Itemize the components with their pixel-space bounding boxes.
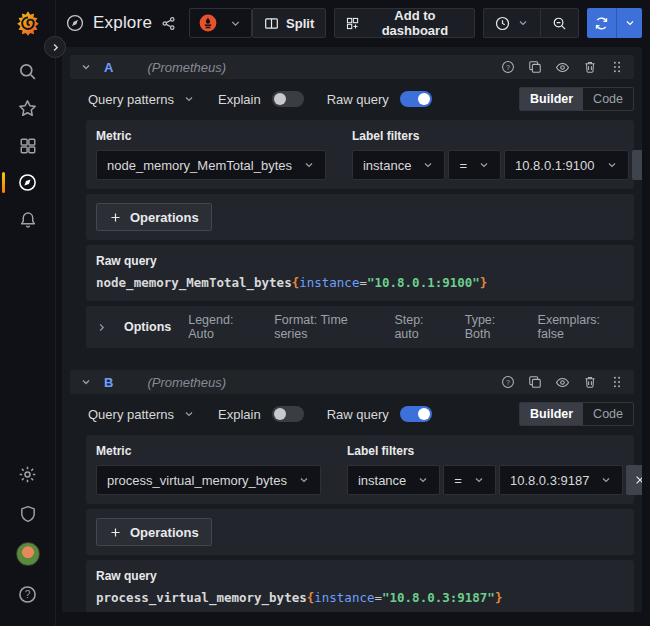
- filter-op-select[interactable]: =: [443, 465, 496, 495]
- datasource-picker[interactable]: [189, 8, 252, 38]
- collapse-chevron-icon[interactable]: [80, 376, 92, 388]
- metric-select[interactable]: process_virtual_memory_bytes: [96, 465, 321, 495]
- chevron-down-icon: [422, 159, 434, 171]
- query-toolbar: Query patterns Explain Raw query Builder…: [86, 401, 634, 427]
- builder-mode-button[interactable]: Builder: [520, 88, 583, 110]
- query-row-header[interactable]: B (Prometheus) ?: [70, 370, 634, 394]
- plus-icon: [109, 526, 122, 539]
- filter-key: instance: [358, 473, 406, 488]
- filter-key-select[interactable]: instance: [352, 150, 445, 180]
- disable-query-eye-icon[interactable]: [555, 375, 570, 390]
- sidebar-item-alerting[interactable]: [0, 201, 56, 238]
- sidebar-item-search[interactable]: [0, 53, 56, 90]
- chevron-down-icon: [183, 93, 195, 105]
- explore-toolbar: Explore: [56, 0, 650, 46]
- query-help-icon[interactable]: ?: [501, 60, 515, 74]
- sidebar-item-starred[interactable]: [0, 90, 56, 127]
- svg-text:?: ?: [506, 379, 510, 386]
- remove-filter-button[interactable]: [632, 150, 642, 180]
- option-format: Format: Time series: [274, 313, 377, 341]
- query-row-header[interactable]: A (Prometheus) ?: [70, 55, 634, 79]
- query-patterns-dropdown[interactable]: Query patterns: [88, 92, 195, 107]
- code-metric: node_memory_MemTotal_bytes: [96, 275, 292, 290]
- refresh-interval-dropdown[interactable]: [617, 8, 642, 38]
- refresh-icon[interactable]: [587, 8, 617, 38]
- run-query-button[interactable]: [587, 8, 642, 38]
- plus-icon: [109, 211, 122, 224]
- explore-compass-icon: [66, 14, 84, 32]
- label-filters-label: Label filters: [352, 129, 642, 143]
- chevron-right-icon: [96, 322, 107, 333]
- query-help-icon[interactable]: ?: [501, 375, 515, 389]
- code-close-brace: }: [495, 590, 503, 605]
- prometheus-icon: [199, 14, 217, 32]
- query-datasource-hint: (Prometheus): [147, 60, 226, 75]
- add-to-dashboard-label: Add to dashboard: [366, 8, 463, 38]
- filter-key-select[interactable]: instance: [347, 465, 440, 495]
- page-title: Explore: [93, 13, 152, 33]
- raw-query-code: process_virtual_memory_bytes{instance="1…: [96, 590, 624, 607]
- raw-query-toggle[interactable]: [400, 91, 432, 107]
- code-label-name: instance: [299, 275, 359, 290]
- raw-query-label: Raw query: [327, 407, 389, 422]
- metric-label: Metric: [96, 444, 321, 458]
- sidebar: ?: [0, 0, 56, 626]
- filter-op-select[interactable]: =: [448, 150, 501, 180]
- explore-pane: A (Prometheus) ? Query patterns: [62, 47, 642, 612]
- raw-query-code: node_memory_MemTotal_bytes{instance="10.…: [96, 275, 624, 292]
- remove-filter-button[interactable]: [626, 465, 642, 495]
- sidebar-item-help[interactable]: ?: [0, 574, 56, 614]
- options-collapsed-row[interactable]: Options Legend: Auto Format: Time series…: [86, 306, 634, 348]
- chevron-down-icon: [417, 474, 429, 486]
- operations-label: Operations: [130, 525, 199, 540]
- add-to-dashboard-button[interactable]: Add to dashboard: [334, 8, 475, 38]
- disable-query-eye-icon[interactable]: [555, 60, 570, 75]
- code-mode-button[interactable]: Code: [583, 88, 633, 110]
- query-patterns-dropdown[interactable]: Query patterns: [88, 407, 195, 422]
- explain-toggle[interactable]: [272, 91, 304, 107]
- raw-query-toggle[interactable]: [400, 406, 432, 422]
- time-range-picker[interactable]: [483, 8, 540, 38]
- sidebar-item-profile[interactable]: [0, 534, 56, 574]
- remove-query-trash-icon[interactable]: [583, 375, 597, 389]
- user-avatar: [16, 542, 40, 566]
- duplicate-query-icon[interactable]: [528, 375, 542, 389]
- zoom-out-button[interactable]: [540, 8, 579, 38]
- raw-query-section-label: Raw query: [96, 254, 624, 268]
- sidebar-item-dashboards[interactable]: [0, 127, 56, 164]
- filter-value-select[interactable]: 10.8.0.3:9187: [499, 465, 624, 495]
- query-patterns-label: Query patterns: [88, 407, 174, 422]
- drag-handle-icon[interactable]: [610, 60, 624, 74]
- code-value: "10.8.0.3:9187": [382, 590, 495, 605]
- sidebar-item-admin-shield[interactable]: [0, 494, 56, 534]
- share-icon[interactable]: [161, 16, 176, 31]
- chevron-down-icon: [229, 17, 242, 30]
- explain-label: Explain: [218, 92, 261, 107]
- query-ref-id: B: [104, 375, 113, 390]
- add-operation-button[interactable]: Operations: [96, 518, 212, 546]
- filter-value-select[interactable]: 10.8.0.1:9100: [504, 150, 629, 180]
- grafana-logo-icon[interactable]: [14, 9, 42, 37]
- code-value: "10.8.0.1:9100": [367, 275, 480, 290]
- explain-toggle[interactable]: [272, 406, 304, 422]
- remove-query-trash-icon[interactable]: [583, 60, 597, 74]
- raw-query-section: Raw query process_virtual_memory_bytes{i…: [86, 560, 634, 612]
- drag-handle-icon[interactable]: [610, 375, 624, 389]
- collapse-chevron-icon[interactable]: [80, 61, 92, 73]
- query-ref-id: A: [104, 60, 113, 75]
- sidebar-item-settings[interactable]: [0, 454, 56, 494]
- metric-select[interactable]: node_memory_MemTotal_bytes: [96, 150, 326, 180]
- sidebar-item-explore[interactable]: [0, 164, 56, 201]
- add-operation-button[interactable]: Operations: [96, 203, 212, 231]
- code-mode-button[interactable]: Code: [583, 403, 633, 425]
- duplicate-query-icon[interactable]: [528, 60, 542, 74]
- query-toolbar: Query patterns Explain Raw query Builder…: [86, 86, 634, 112]
- close-icon: [640, 159, 642, 171]
- split-button[interactable]: Split: [252, 8, 326, 38]
- metric-filters-section: Metric process_virtual_memory_bytes Labe…: [86, 435, 634, 504]
- metric-value: node_memory_MemTotal_bytes: [107, 158, 292, 173]
- builder-mode-button[interactable]: Builder: [520, 403, 583, 425]
- metric-field: Metric node_memory_MemTotal_bytes: [96, 129, 326, 180]
- chevron-down-icon: [183, 408, 195, 420]
- sidebar-expand-button[interactable]: [44, 36, 66, 58]
